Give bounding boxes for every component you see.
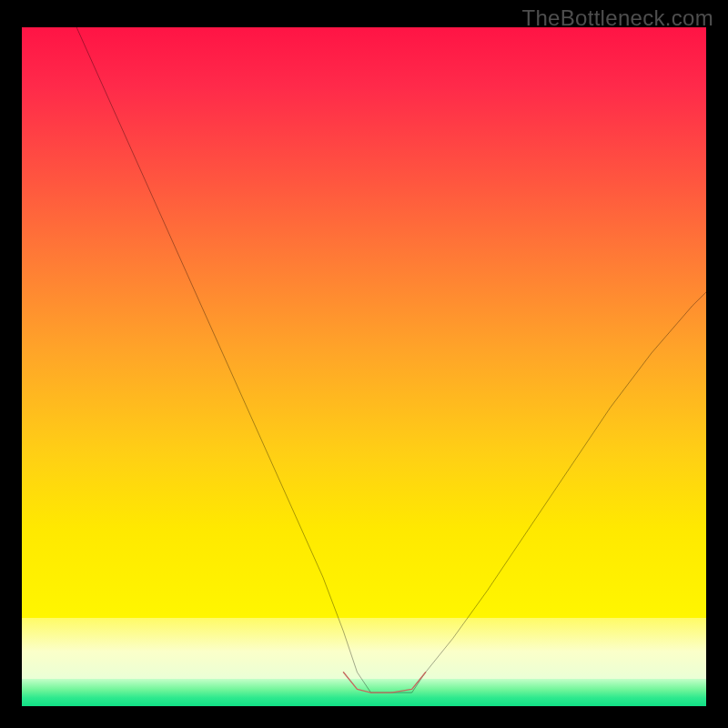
- green-band: [22, 679, 706, 706]
- chart-frame: TheBottleneck.com: [0, 0, 728, 728]
- pale-band: [22, 618, 706, 679]
- plot-area: [22, 27, 706, 706]
- watermark-text: TheBottleneck.com: [521, 5, 713, 31]
- gradient-background: [22, 27, 706, 618]
- plot-outer: [22, 27, 706, 706]
